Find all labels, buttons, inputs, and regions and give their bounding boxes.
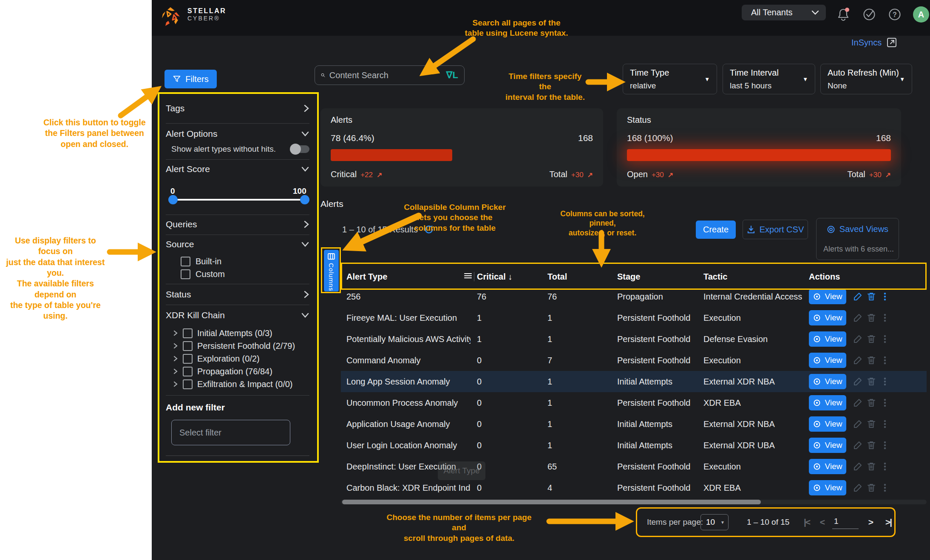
edit-icon[interactable]: [853, 461, 863, 472]
chevron-right-icon: [303, 104, 309, 113]
items-per-page-value: 10: [706, 518, 720, 527]
edit-icon[interactable]: [853, 355, 863, 365]
view-button[interactable]: View: [809, 353, 846, 368]
more-options-icon[interactable]: [880, 355, 890, 365]
delete-icon[interactable]: [866, 313, 876, 323]
slider-handle-max[interactable]: [300, 195, 309, 204]
table-row[interactable]: Fireeye MAL: User Execution11Persistent …: [341, 307, 927, 328]
edit-icon[interactable]: [853, 313, 863, 323]
slider-handle-min[interactable]: [168, 195, 178, 204]
filter-section-queries[interactable]: Queries: [166, 217, 309, 232]
filters-toggle-button[interactable]: Filters: [164, 70, 217, 88]
chevron-right-icon: [173, 342, 178, 349]
cell-stage: Persistent Foothold: [617, 477, 690, 498]
delete-icon[interactable]: [866, 291, 876, 302]
cell-alert-type: Potentially Malicious AWS Activity: [346, 328, 471, 350]
expand-chevron-icon[interactable]: [173, 368, 178, 375]
horizontal-scrollbar-track[interactable]: [341, 500, 927, 504]
delete-icon[interactable]: [866, 461, 876, 472]
checkbox[interactable]: [183, 341, 193, 351]
edit-icon[interactable]: [853, 334, 863, 344]
view-button[interactable]: View: [809, 331, 846, 347]
checkbox[interactable]: [181, 257, 190, 266]
column-picker-button[interactable]: Columns: [324, 250, 339, 291]
view-button[interactable]: View: [809, 395, 846, 410]
delete-icon[interactable]: [866, 398, 876, 408]
annotation-search: Search all pages of the table using Luce…: [463, 18, 570, 39]
select-filter-input[interactable]: [171, 420, 290, 445]
more-options-icon[interactable]: [880, 398, 890, 408]
chevron-down-icon: [301, 241, 309, 247]
view-button[interactable]: View: [809, 480, 846, 495]
divider: [166, 159, 309, 160]
filter-section-status[interactable]: Status: [166, 287, 309, 302]
more-options-icon[interactable]: [880, 440, 890, 450]
delete-icon[interactable]: [866, 483, 876, 493]
delete-icon[interactable]: [866, 419, 876, 429]
delete-icon[interactable]: [866, 376, 876, 387]
filter-section-alert-options[interactable]: Alert Options: [166, 126, 309, 141]
checkbox[interactable]: [183, 328, 193, 338]
table-row[interactable]: Long App Session Anomaly01Initial Attemp…: [341, 371, 927, 392]
more-options-icon[interactable]: [880, 313, 890, 323]
table-row[interactable]: DeepInstinct: User Execution065Persisten…: [341, 456, 927, 477]
more-options-icon[interactable]: [880, 461, 890, 472]
more-options-icon[interactable]: [880, 419, 890, 429]
first-page-button[interactable]: |<: [798, 507, 815, 537]
expand-chevron-icon[interactable]: [173, 355, 178, 362]
more-options-icon[interactable]: [880, 334, 890, 344]
checkbox[interactable]: [183, 379, 193, 389]
edit-icon[interactable]: [853, 398, 863, 408]
filter-section-source[interactable]: Source: [166, 237, 309, 252]
view-button[interactable]: View: [809, 374, 846, 389]
stellar-cyber-logo-icon: [161, 2, 182, 33]
more-options-icon[interactable]: [880, 291, 890, 302]
filter-section-kill-chain[interactable]: XDR Kill Chain: [166, 308, 309, 323]
score-min-label: 0: [170, 187, 175, 196]
delete-icon[interactable]: [866, 334, 876, 344]
view-button[interactable]: View: [809, 289, 846, 304]
view-button[interactable]: View: [809, 459, 846, 474]
table-row[interactable]: Potentially Malicious AWS Activity11Pers…: [341, 328, 927, 350]
checkbox[interactable]: [183, 367, 193, 376]
items-per-page-select[interactable]: 10 ▼: [700, 514, 729, 530]
view-button[interactable]: View: [809, 416, 846, 432]
previous-page-button[interactable]: <: [816, 507, 829, 537]
view-button[interactable]: View: [809, 310, 846, 325]
edit-icon[interactable]: [853, 291, 863, 302]
horizontal-scrollbar-thumb[interactable]: [342, 500, 761, 504]
table-row[interactable]: User Login Location Anomaly01Initial Att…: [341, 435, 927, 456]
column-menu-icon[interactable]: [464, 272, 472, 281]
divider: [166, 395, 309, 396]
table-row[interactable]: 2567676PropagationInternal Credential Ac…: [341, 286, 927, 307]
edit-icon[interactable]: [853, 483, 863, 493]
table-row[interactable]: Carbon Black: XDR Endpoint Indicato04Per…: [341, 477, 927, 498]
filter-section-alert-score[interactable]: Alert Score: [166, 161, 309, 177]
next-page-button[interactable]: >: [865, 507, 877, 537]
show-alert-types-toggle[interactable]: [291, 145, 309, 153]
table-row[interactable]: Application Usage Anomaly01Initial Attem…: [341, 413, 927, 435]
edit-icon[interactable]: [853, 376, 863, 387]
cell-total: 1: [547, 371, 552, 392]
edit-icon[interactable]: [853, 440, 863, 450]
expand-chevron-icon[interactable]: [173, 381, 178, 387]
checkbox[interactable]: [183, 354, 193, 364]
cell-alert-type: Application Usage Anomaly: [346, 413, 471, 435]
delete-icon[interactable]: [866, 355, 876, 365]
view-button[interactable]: View: [809, 438, 846, 453]
table-row[interactable]: Uncommon Process Anomaly01Persistent Foo…: [341, 392, 927, 413]
chevron-right-icon: [173, 330, 178, 337]
more-options-icon[interactable]: [880, 483, 890, 493]
expand-chevron-icon[interactable]: [173, 330, 178, 337]
more-options-icon[interactable]: [880, 376, 890, 387]
checkbox[interactable]: [181, 269, 190, 279]
cell-tactic: Execution: [703, 307, 741, 328]
filter-section-tags[interactable]: Tags: [166, 101, 309, 116]
expand-chevron-icon[interactable]: [173, 342, 178, 349]
table-row[interactable]: Command Anomaly07Persistent FootholdExec…: [341, 350, 927, 371]
page-number-input[interactable]: [832, 516, 859, 529]
edit-icon[interactable]: [853, 419, 863, 429]
cell-total: 1: [547, 328, 552, 350]
last-page-button[interactable]: >|: [880, 507, 897, 537]
delete-icon[interactable]: [866, 440, 876, 450]
